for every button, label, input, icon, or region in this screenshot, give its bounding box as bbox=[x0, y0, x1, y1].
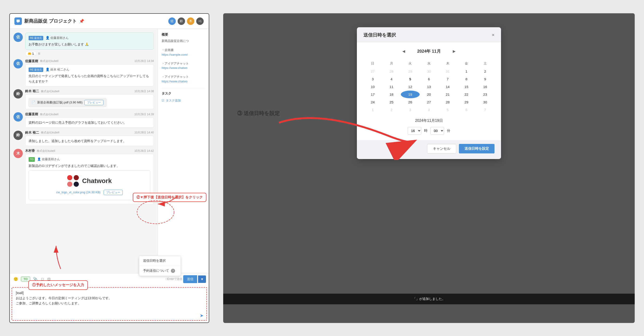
annotation-3: ③ 送信日時を設定 bbox=[237, 110, 280, 117]
about-schedule-item[interactable]: 予約送信について ? bbox=[139, 266, 181, 276]
chat-icon bbox=[14, 18, 22, 25]
cal-day[interactable]: 5 bbox=[438, 106, 457, 114]
cal-day[interactable]: 17 bbox=[364, 91, 382, 98]
cal-day[interactable]: 28 bbox=[438, 98, 457, 106]
message-input[interactable]: [toall] おはようございます。今日の定例ミーティングは13:00からです。… bbox=[12, 288, 206, 311]
send-section: □Enterで送信 送信 ▼ bbox=[166, 275, 206, 283]
sidebar-docs: ・企画書 https://sample.com/ bbox=[162, 48, 205, 57]
weekday-tue: 火 bbox=[401, 60, 420, 68]
cal-day[interactable]: 30 bbox=[420, 68, 438, 75]
sidebar-overview: 概要 新商品販促企画につ bbox=[162, 33, 205, 43]
cal-day[interactable]: 18 bbox=[382, 91, 401, 98]
msg-avatar: 佐 bbox=[14, 112, 23, 121]
cal-day[interactable]: 7 bbox=[438, 75, 457, 83]
send-dropdown-button[interactable]: ▼ bbox=[198, 275, 206, 283]
avatar-2: 鈴 bbox=[177, 17, 186, 25]
cal-day[interactable]: 23 bbox=[476, 91, 494, 98]
hour-label: 時 bbox=[424, 128, 428, 133]
cal-day[interactable]: 10 bbox=[364, 83, 382, 91]
cal-day[interactable]: 27 bbox=[364, 68, 382, 75]
preview-button[interactable]: プレビュー bbox=[84, 100, 104, 105]
sidebar-idea2-link[interactable]: https://www.chatwo bbox=[162, 80, 188, 83]
set-datetime-button[interactable]: 送信日時を設定 bbox=[459, 144, 494, 153]
cal-day-selected[interactable]: 19 bbox=[401, 91, 420, 98]
svg-marker-1 bbox=[17, 22, 18, 23]
to-tag: TO bbox=[28, 157, 35, 162]
cal-day[interactable]: 6 bbox=[420, 75, 438, 83]
calendar-week-2: 3 4 5 6 7 8 9 bbox=[364, 75, 494, 83]
cal-day[interactable]: 13 bbox=[420, 83, 438, 91]
cal-day[interactable]: 2 bbox=[476, 68, 494, 75]
sidebar-doc-link[interactable]: https://sample.com/ bbox=[162, 53, 188, 56]
chat-body: 佐 RE 返信元 👤 佐藤直樹さん お手数かけますが宜しくお願いします 🙏 🤲 … bbox=[10, 29, 209, 273]
schedule-send-item[interactable]: 送信日時を選択 bbox=[139, 256, 181, 266]
next-month-button[interactable]: ► bbox=[450, 48, 458, 55]
cal-day[interactable]: 16 bbox=[476, 83, 494, 91]
cal-day[interactable]: 29 bbox=[401, 68, 420, 75]
msg-company: 株式会社kubell bbox=[37, 149, 55, 153]
cal-day[interactable]: 4 bbox=[382, 75, 401, 83]
cal-day[interactable]: 14 bbox=[438, 83, 457, 91]
cal-day[interactable]: 1 bbox=[457, 68, 476, 75]
msg-content: 鈴木 裕二 株式会社kubell 10月28日 14:40 承知しました。追加し… bbox=[25, 131, 154, 146]
calendar-nav: ◄ 2024年 11月 ► bbox=[364, 48, 494, 55]
msg-time: 10月28日 14:38 bbox=[134, 89, 154, 93]
sidebar-overview-title: 概要 bbox=[162, 33, 205, 37]
cal-day[interactable]: 7 bbox=[476, 106, 494, 114]
cal-day[interactable]: 22 bbox=[457, 91, 476, 98]
file-icon: 📄 bbox=[32, 100, 35, 105]
dialog-title: 送信日時を選択 bbox=[364, 32, 396, 38]
re-tag: RE 返信元 bbox=[28, 36, 43, 41]
cal-day[interactable]: 29 bbox=[457, 98, 476, 106]
cal-day[interactable]: 12 bbox=[401, 83, 420, 91]
sidebar-idea1-link[interactable]: https://www.chatwo bbox=[162, 66, 188, 70]
sidebar-task-section: タスク ☑ タスク追加 bbox=[162, 88, 205, 104]
send-button[interactable]: 送信 bbox=[183, 275, 197, 283]
cal-day[interactable]: 30 bbox=[476, 98, 494, 106]
annotation-1: ①予約したいメッセージを入力 bbox=[28, 280, 88, 290]
msg-avatar: 木 bbox=[14, 149, 23, 158]
textarea-footer: ➤ bbox=[12, 312, 206, 320]
msg-body: RE 返信元 👤 鈴木 裕二さん 先日のミーティングで発表してもらった企画の資料… bbox=[25, 64, 154, 87]
cal-day[interactable]: 5 bbox=[401, 75, 420, 83]
cal-day[interactable]: 28 bbox=[382, 68, 401, 75]
task-add-button[interactable]: ☑ タスク追加 bbox=[162, 98, 205, 104]
cal-day[interactable]: 3 bbox=[364, 75, 382, 83]
dialog-close-button[interactable]: × bbox=[492, 33, 494, 37]
right-panel: 送信日時を選択 × ◄ 2024年 11月 ► 日 月 火 水 bbox=[223, 13, 635, 323]
cal-day[interactable]: 6 bbox=[457, 106, 476, 114]
cal-day[interactable]: 26 bbox=[401, 98, 420, 106]
msg-time: 10月28日 14:40 bbox=[134, 131, 154, 135]
cal-day[interactable]: 11 bbox=[382, 83, 401, 91]
pin-icon: 📌 bbox=[79, 19, 84, 24]
cw-dot-dark bbox=[74, 175, 79, 180]
msg-body: 承知しました。追加しましたら改めて資料をアップロードします。 bbox=[25, 136, 154, 146]
avatar-1: 佐 bbox=[168, 17, 176, 25]
msg-avatar: 佐 bbox=[14, 59, 23, 68]
cal-day[interactable]: 21 bbox=[438, 91, 457, 98]
cal-day[interactable]: 3 bbox=[401, 106, 420, 114]
msg-name: 鈴木 裕二 bbox=[25, 131, 39, 135]
cal-day[interactable]: 15 bbox=[457, 83, 476, 91]
cal-day[interactable]: 27 bbox=[420, 98, 438, 106]
reaction[interactable]: 🤲 1 bbox=[25, 51, 36, 56]
sidebar-idea1: ・アイデアチャット https://www.chatwo bbox=[162, 61, 205, 70]
cal-day[interactable]: 31 bbox=[438, 68, 457, 75]
cal-day[interactable]: 2 bbox=[382, 106, 401, 114]
logo-preview-button[interactable]: プレビュー bbox=[104, 190, 123, 195]
calendar-month-year: 2024年 11月 bbox=[417, 48, 440, 54]
cal-day[interactable]: 25 bbox=[382, 98, 401, 106]
cancel-button[interactable]: キャンセル bbox=[427, 144, 456, 153]
message-item: 佐 佐藤直樹 株式会社kubell 10月28日 14:34 RE 返信元 👤 … bbox=[14, 59, 154, 87]
hour-select[interactable]: 16 17 18 bbox=[408, 127, 421, 135]
cal-day[interactable]: 8 bbox=[457, 75, 476, 83]
cal-day[interactable]: 24 bbox=[364, 98, 382, 106]
prev-month-button[interactable]: ◄ bbox=[400, 48, 408, 55]
cal-day[interactable]: 1 bbox=[364, 106, 382, 114]
minute-select[interactable]: 00 15 30 45 bbox=[430, 127, 444, 135]
cal-day[interactable]: 9 bbox=[476, 75, 494, 83]
checkbox-icon: ☑ bbox=[162, 99, 164, 102]
cal-day[interactable]: 20 bbox=[420, 91, 438, 98]
emoji-button[interactable]: 🙂 bbox=[12, 276, 19, 282]
cal-day[interactable]: 4 bbox=[420, 106, 438, 114]
